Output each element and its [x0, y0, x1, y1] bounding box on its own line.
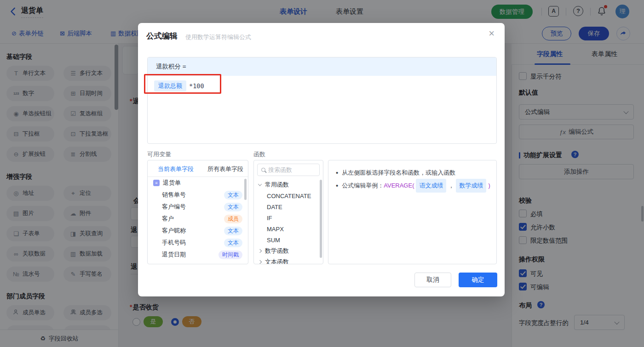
- type-badge-text: 文本: [224, 227, 242, 235]
- function-item-date[interactable]: DATE: [254, 201, 323, 212]
- function-search-input[interactable]: [268, 166, 314, 173]
- variable-row[interactable]: 手机号码文本: [148, 237, 248, 249]
- functions-pane: 常用函数CONCATENATEDATEIFMAPXSUM数学函数文本函数: [253, 160, 323, 264]
- annotation-highlight-box: [144, 74, 221, 94]
- type-badge-timestamp: 时间戳: [218, 250, 242, 259]
- help-example-function: AVERAGE(: [384, 180, 414, 192]
- tree-root-label: 退货单: [163, 179, 181, 187]
- functions-pane-label: 函数: [253, 150, 265, 159]
- type-badge-text: 文本: [224, 203, 242, 211]
- app-window: 退货单 表单设计 表单设置 数据管理 A ? 理 ⊘表单外链 ⊠后端脚本 ▥数据…: [0, 0, 644, 347]
- example-chip-chinese-score: 语文成绩: [416, 179, 446, 193]
- variable-row[interactable]: 客户编号文本: [148, 201, 248, 213]
- chevron-down-icon: [258, 182, 262, 186]
- help-text: 从左侧面板选择字段名和函数，或输入函数: [342, 167, 455, 179]
- chevron-right-icon: [258, 260, 262, 264]
- formula-target-row: 退款积分 =: [148, 57, 496, 76]
- variables-pane-label: 可用变量: [147, 150, 171, 159]
- chevron-right-icon: [258, 249, 262, 253]
- tab-all-form-fields[interactable]: 所有表单字段: [207, 165, 243, 173]
- variable-name: 销售单号: [162, 191, 186, 199]
- confirm-button[interactable]: 确定: [459, 273, 497, 287]
- variables-tree-root[interactable]: ≡ 退货单: [148, 177, 248, 189]
- cancel-button[interactable]: 取消: [414, 273, 451, 287]
- function-item-mapx[interactable]: MAPX: [254, 223, 323, 234]
- function-item-if[interactable]: IF: [254, 212, 323, 223]
- form-doc-icon: ≡: [153, 180, 160, 186]
- variable-name: 手机号码: [162, 239, 186, 247]
- variables-scrollbar-thumb[interactable]: [244, 179, 247, 200]
- help-line-2: • 公式编辑举例： AVERAGE( 语文成绩 ， 数学成绩 ): [336, 179, 489, 193]
- function-group-label: 文本函数: [265, 258, 289, 264]
- formula-editor-modal: 公式编辑 使用数学运算符编辑公式 × 退款积分 = 退款总额 *100 可用变量…: [138, 23, 505, 296]
- help-example-close-paren: ): [488, 180, 490, 192]
- variables-tabs: 当前表单字段 所有表单字段: [148, 160, 248, 177]
- type-badge-text: 文本: [224, 239, 242, 247]
- variable-name: 客户编号: [162, 203, 186, 211]
- help-example-comma: ，: [448, 180, 454, 192]
- variables-pane: 当前表单字段 所有表单字段 ≡ 退货单 销售单号文本客户编号文本客户成员客户昵称…: [147, 160, 248, 264]
- type-badge-text: 文本: [224, 191, 242, 199]
- variable-name: 客户: [162, 215, 174, 223]
- function-group-label: 常用函数: [265, 181, 289, 189]
- help-line-1: • 从左侧面板选择字段名和函数，或输入函数: [336, 167, 489, 179]
- formula-target-label: 退款积分 =: [156, 63, 186, 71]
- help-example-prefix: 公式编辑举例：: [342, 180, 384, 192]
- function-item-concatenate[interactable]: CONCATENATE: [254, 190, 323, 201]
- variable-name: 客户昵称: [162, 227, 186, 235]
- function-group-collapsed[interactable]: 文本函数: [254, 256, 323, 264]
- tab-current-form-fields[interactable]: 当前表单字段: [158, 165, 194, 173]
- variable-row[interactable]: 客户昵称文本: [148, 225, 248, 237]
- function-group-expanded[interactable]: 常用函数: [254, 179, 323, 190]
- modal-subtitle: 使用数学运算符编辑公式: [185, 33, 251, 41]
- formula-editor-box: 退款积分 = 退款总额 *100: [147, 57, 497, 144]
- variable-name: 退货日期: [162, 250, 186, 259]
- variable-row[interactable]: 客户成员: [148, 213, 248, 225]
- close-icon[interactable]: ×: [489, 28, 494, 39]
- function-group-label: 数学函数: [265, 247, 289, 255]
- modal-title: 公式编辑: [146, 31, 178, 41]
- formula-help-pane: • 从左侧面板选择字段名和函数，或输入函数 • 公式编辑举例： AVERAGE(…: [328, 160, 497, 264]
- functions-scrollbar-thumb[interactable]: [320, 180, 322, 258]
- example-chip-math-score: 数学成绩: [456, 179, 486, 193]
- function-group-collapsed[interactable]: 数学函数: [254, 245, 323, 256]
- search-icon: [261, 168, 265, 172]
- function-search[interactable]: [257, 164, 320, 176]
- type-badge-member: 成员: [224, 215, 242, 223]
- variable-row[interactable]: 退货日期时间戳: [148, 249, 248, 261]
- function-item-sum[interactable]: SUM: [254, 234, 323, 245]
- variable-row[interactable]: 销售单号文本: [148, 189, 248, 201]
